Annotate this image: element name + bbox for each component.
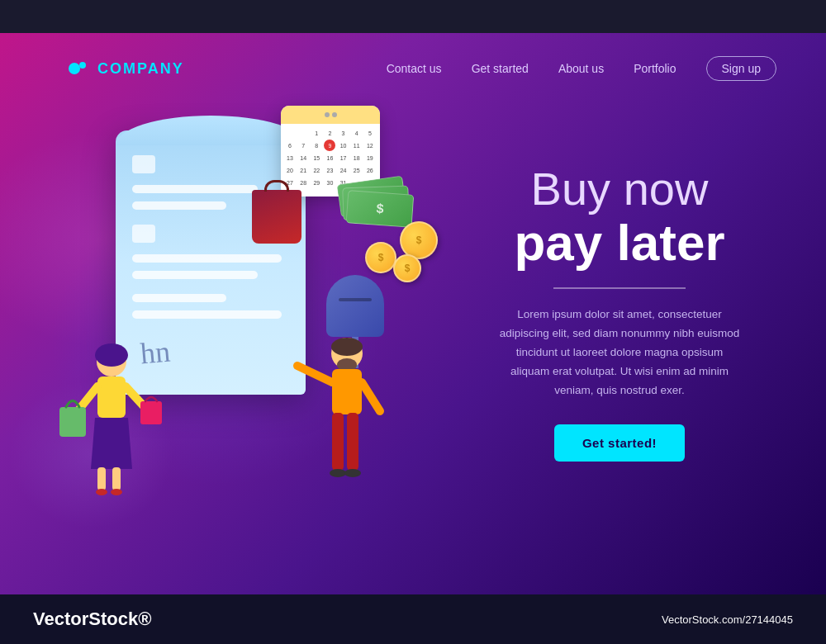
bag-body [252, 190, 301, 244]
svg-point-0 [69, 63, 80, 74]
calendar-cell: 21 [297, 164, 309, 176]
title-divider [553, 287, 686, 289]
calendar-cell: 26 [364, 164, 376, 176]
receipt-checkbox [132, 155, 155, 173]
calendar-cell: 13 [284, 152, 296, 163]
calendar-cell: 24 [338, 164, 349, 176]
calendar-cell: 22 [311, 164, 322, 176]
logo-icon [66, 57, 89, 80]
svg-rect-11 [59, 407, 86, 437]
calendar-cell: 2 [324, 127, 335, 139]
calendar-cell: 19 [364, 152, 376, 163]
receipt-line [132, 310, 282, 319]
body-text: Lorem ipsum dolor sit amet, consectetuer… [496, 305, 743, 400]
cal-dot [332, 112, 337, 117]
svg-rect-7 [112, 467, 121, 490]
svg-rect-17 [332, 369, 362, 414]
nav-links: Contact us Get started About us Portfoli… [387, 56, 776, 81]
nav-signup-button[interactable]: Sign up [706, 56, 776, 81]
bill-3 [346, 190, 415, 227]
vectorstock-brand: VectorStock® [33, 608, 151, 630]
svg-rect-18 [332, 413, 344, 471]
calendar-cell [284, 127, 296, 139]
coin-2: $ [365, 242, 396, 273]
calendar-cell: 4 [351, 127, 363, 139]
cta-button[interactable]: Get started! [554, 424, 685, 462]
main-content: COMPANY Contact us Get started About us … [0, 33, 826, 594]
svg-point-21 [344, 469, 361, 477]
receipt-line [132, 254, 282, 263]
calendar-cell: 20 [284, 164, 296, 176]
calendar-cell: 1 [311, 127, 322, 139]
calendar-cell: 6 [284, 140, 296, 151]
money-bills [339, 180, 413, 225]
calendar-cell: 12 [364, 140, 376, 151]
receipt-curl [116, 116, 306, 145]
receipt-line [132, 294, 226, 302]
navigation: COMPANY Contact us Get started About us … [0, 33, 826, 81]
svg-marker-5 [91, 418, 132, 469]
mailbox-body [326, 275, 384, 337]
svg-point-9 [111, 489, 122, 495]
calendar-cell: 23 [324, 164, 335, 176]
calendar-cell: 9 [324, 140, 335, 151]
receipt-checkbox [132, 225, 155, 243]
svg-line-23 [362, 382, 380, 411]
calendar-cell: 30 [324, 177, 335, 188]
mailbox-slot [339, 298, 372, 301]
svg-point-20 [330, 469, 346, 477]
calendar-cell: 14 [297, 152, 309, 163]
hero-section: hn 1234567891011121314151617181920212223… [0, 81, 826, 560]
receipt-line [132, 201, 226, 210]
calendar-cell [297, 127, 309, 139]
svg-point-8 [96, 489, 107, 495]
illustration-area: hn 1234567891011121314151617181920212223… [50, 114, 479, 527]
calendar-cell: 11 [351, 140, 363, 151]
calendar-cell: 8 [311, 140, 322, 151]
svg-line-10 [74, 386, 97, 415]
calendar-header [281, 106, 380, 124]
hero-text: Buy now pay later Lorem ipsum dolor sit … [479, 114, 776, 462]
calendar-cell: 16 [324, 152, 335, 163]
calendar-cell: 7 [297, 140, 309, 151]
title-bold: pay later [496, 215, 743, 271]
calendar-cell: 5 [364, 127, 376, 139]
logo-text: COMPANY [97, 60, 184, 78]
calendar-cell: 18 [351, 152, 363, 163]
nav-contact[interactable]: Contact us [387, 62, 442, 75]
svg-rect-6 [97, 467, 106, 490]
logo[interactable]: COMPANY [66, 57, 184, 80]
bag-handle [264, 180, 289, 192]
cal-dot [325, 112, 330, 117]
vectorstock-url: VectorStock.com/27144045 [662, 613, 793, 626]
calendar-cell: 15 [311, 152, 322, 163]
calendar-cell: 10 [338, 140, 349, 151]
receipt-document: hn [116, 130, 306, 395]
nav-about[interactable]: About us [558, 62, 604, 75]
coin-3: $ [393, 254, 421, 282]
receipt-line [132, 271, 258, 279]
svg-point-1 [79, 62, 86, 69]
bottom-bar: VectorStock® VectorStock.com/27144045 [0, 594, 826, 644]
calendar-cell: 17 [338, 152, 349, 163]
title-thin: Buy now [496, 163, 743, 215]
top-bar [0, 0, 826, 33]
svg-rect-13 [140, 401, 162, 424]
receipt-signature: hn [139, 334, 172, 372]
calendar-cell: 3 [338, 127, 349, 139]
shopping-bag [248, 180, 306, 246]
mailbox [322, 275, 388, 366]
svg-rect-19 [347, 413, 358, 471]
calendar-cell: 29 [311, 177, 322, 188]
mailbox-pole [352, 337, 358, 368]
nav-get-started[interactable]: Get started [472, 62, 529, 75]
calendar-cell: 25 [351, 164, 363, 176]
receipt-line [132, 185, 258, 193]
nav-portfolio[interactable]: Portfolio [634, 62, 676, 75]
